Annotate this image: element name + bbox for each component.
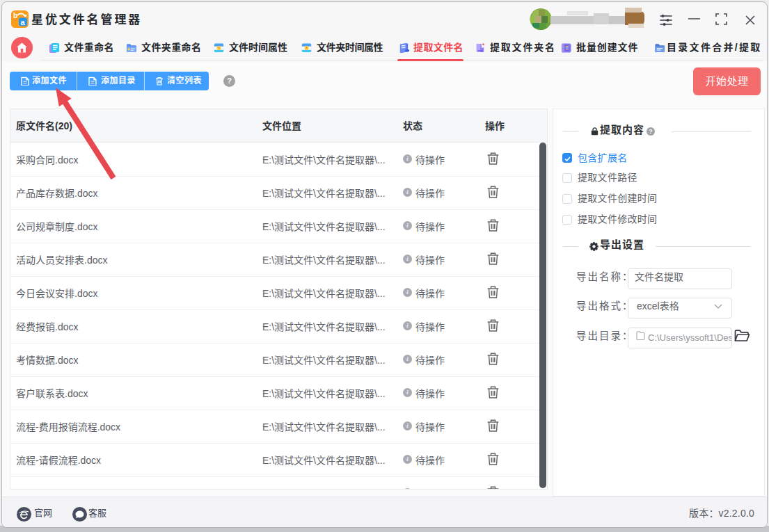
svg-text:a: a: [21, 18, 26, 26]
svg-text:b: b: [13, 12, 17, 19]
